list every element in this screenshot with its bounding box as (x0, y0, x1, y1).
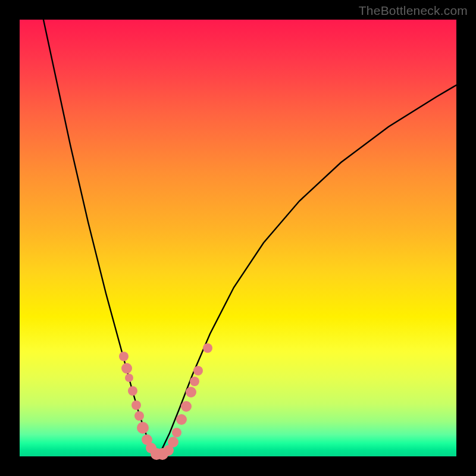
chart-frame: TheBottleneck.com (0, 0, 476, 476)
left-curve (43, 20, 156, 455)
data-marker (128, 386, 137, 396)
watermark-text: TheBottleneck.com (359, 4, 468, 18)
data-marker (168, 437, 178, 447)
data-marker (131, 400, 141, 410)
data-marker (203, 343, 212, 353)
data-marker (190, 377, 199, 386)
data-marker (134, 411, 144, 421)
right-curve (156, 85, 456, 455)
data-marker (137, 422, 149, 434)
data-marker (181, 401, 192, 412)
data-marker (193, 366, 203, 375)
data-marker (121, 363, 132, 374)
data-marker (125, 374, 133, 382)
data-marker (176, 414, 187, 425)
plot-area (20, 20, 456, 456)
data-marker (186, 387, 196, 397)
data-marker (172, 428, 181, 437)
data-marker (119, 352, 129, 361)
curve-layer (20, 20, 456, 456)
